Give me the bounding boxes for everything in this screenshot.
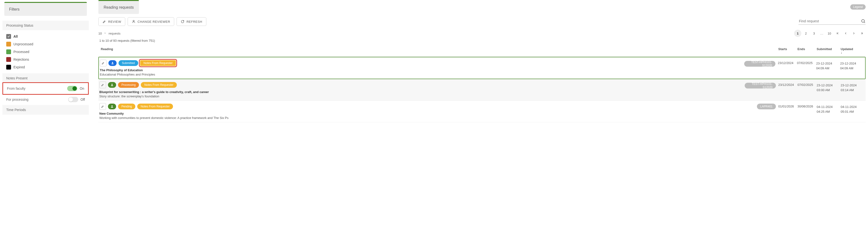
reading-subtitle: Story structure: the screenplay's founda… [99,94,745,98]
col-updated-label: Updated [841,47,853,51]
status-badge: Pending [118,103,135,110]
course-code-badge: TEST-HPHI101-S12020 [744,61,775,67]
pagination: 1 2 3 … 10 [794,30,866,37]
page-size-suffix: requests [108,32,120,35]
page-1[interactable]: 1 [794,30,801,37]
submitted-datetime: 23-12-202403:00 AM [817,82,841,98]
status-swatch [6,50,11,54]
change-reviewer-button-label: CHANGE REVIEWER [137,20,170,24]
page-size-control[interactable]: 10 requests [98,32,120,35]
notes-badge: Notes From Requester [140,60,176,66]
requester-avatar [108,82,116,88]
table-row[interactable]: SubmittedNotes From RequesterThe Philoso… [98,57,866,79]
reading-subtitle: Working with communities to prevent dome… [99,116,745,120]
updated-datetime: 04-11-202405:01 AM [841,103,865,120]
status-filter-unprocessed[interactable]: Unprocessed [6,40,85,48]
for-processing-toggle[interactable] [68,97,78,102]
status-filter-processed[interactable]: Processed [6,48,85,56]
edit-row-button[interactable] [99,103,106,110]
edit-row-button[interactable] [100,60,106,66]
refresh-icon [181,20,185,24]
course-code-badge: LAPR401 [757,103,776,110]
notes-badge: Notes From Requester [137,103,173,110]
svg-point-2 [112,62,113,63]
status-filter-expired[interactable]: Expired [6,63,85,71]
col-ends[interactable]: Ends [798,47,817,54]
page-last-button[interactable] [859,30,866,37]
results-summary: 1 to 10 of 93 requests (filtered from 75… [98,39,866,42]
sort-down-icon: ↓ [841,51,865,54]
filters-panel: Filters Processing Status AllUnprocessed… [2,0,89,122]
submitted-datetime: 23-12-202404:09 AM [816,60,840,76]
starts-date: 23/12/2024 [778,82,798,98]
svg-point-0 [133,20,134,22]
status-swatch [6,65,11,69]
page-2[interactable]: 2 [802,30,809,37]
starts-date: 23/12/2024 [778,60,797,76]
status-label: Processed [13,50,29,54]
page-first-button[interactable] [834,30,841,37]
from-faculty-state: On [80,87,84,90]
ends-date: 07/02/2025 [798,82,817,98]
reading-title: New Community [99,112,745,115]
status-filter-all[interactable]: All [6,33,85,40]
page-title: Reading requests [98,0,139,14]
processing-status-label: Processing Status [2,21,89,30]
table-header: Reading Starts Ends Submitted Updated ↓ [98,45,866,57]
starts-date: 01/01/2026 [778,103,798,120]
status-label: All [13,34,18,38]
for-processing-label: For processing [6,98,29,101]
status-label: Rejections [13,58,29,61]
from-faculty-toggle[interactable] [67,86,77,91]
for-processing-toggle-row[interactable]: For processing Off [2,94,89,105]
from-faculty-label: From faculty [7,87,25,90]
legend-button[interactable]: Legend [850,4,866,9]
page-ellipsis: … [818,31,825,35]
table-row[interactable]: PendingNotes From RequesterNew Community… [98,101,866,122]
svg-point-1 [862,20,864,22]
svg-point-4 [112,105,113,106]
review-button-label: REVIEW [108,20,121,24]
submitted-datetime: 04-11-202404:25 AM [817,103,841,120]
requester-avatar [108,103,116,110]
edit-row-button[interactable] [99,82,106,88]
page-next-button[interactable] [850,30,858,37]
status-label: Expired [13,65,25,69]
from-faculty-toggle-row[interactable]: From faculty On [2,82,89,95]
table-row[interactable]: ProcessingNotes From RequesterBlueprint … [98,79,866,101]
status-filter-rejections[interactable]: Rejections [6,56,85,63]
page-prev-button[interactable] [842,30,849,37]
status-swatch [6,42,11,47]
status-badge: Submitted [119,60,138,66]
col-submitted[interactable]: Submitted [817,47,841,54]
col-reading[interactable]: Reading [99,47,745,54]
page-last[interactable]: 10 [826,30,833,37]
search-input[interactable] [799,19,861,23]
col-starts[interactable]: Starts [778,47,798,54]
refresh-button-label: REFRESH [186,20,202,24]
requester-avatar [108,60,117,66]
page-3[interactable]: 3 [810,30,817,37]
refresh-button[interactable]: REFRESH [177,17,206,26]
reading-title: Blueprint for screenwriting : a writer's… [99,90,745,94]
status-label: Unprocessed [13,42,33,46]
search-icon [861,19,866,24]
course-code-badge: TEST-HPHI101-S12020 [745,83,776,89]
page-size-value: 10 [98,32,102,35]
edit-icon [102,20,106,24]
review-button[interactable]: REVIEW [98,17,125,26]
for-processing-state: Off [81,98,85,101]
person-icon [132,20,135,24]
filters-title: Filters [4,2,87,16]
chevron-down-icon [104,32,106,35]
col-updated[interactable]: Updated ↓ [841,47,865,54]
reading-title: The Philosophy of Education [100,68,744,72]
status-swatch [6,57,11,62]
updated-datetime: 23-12-202403:14 AM [841,82,865,98]
updated-datetime: 23-12-202404:09 AM [840,60,864,76]
svg-point-3 [112,84,113,85]
change-reviewer-button[interactable]: CHANGE REVIEWER [128,17,174,26]
notes-badge: Notes From Requester [141,82,177,88]
status-badge: Processing [118,82,139,88]
search-field[interactable] [799,19,866,25]
